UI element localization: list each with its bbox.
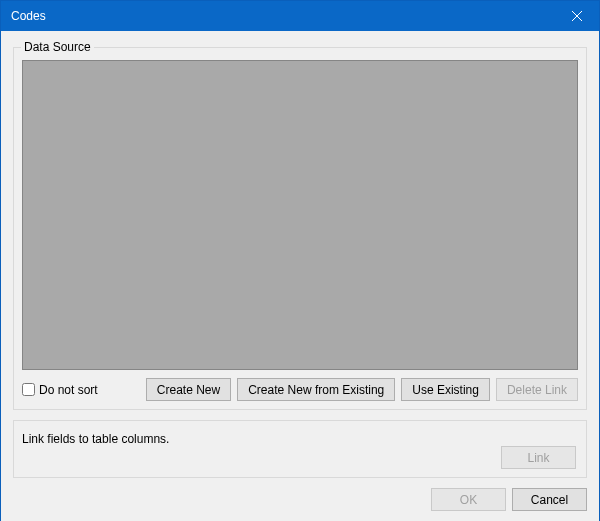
data-source-button-row: Do not sort Create New Create New from E… bbox=[22, 378, 578, 401]
create-new-from-existing-button[interactable]: Create New from Existing bbox=[237, 378, 395, 401]
ok-button: OK bbox=[431, 488, 506, 511]
close-icon[interactable] bbox=[554, 1, 599, 31]
link-button: Link bbox=[501, 446, 576, 469]
data-source-grid[interactable] bbox=[22, 60, 578, 370]
delete-link-button: Delete Link bbox=[496, 378, 578, 401]
window-title: Codes bbox=[11, 9, 554, 23]
do-not-sort-input[interactable] bbox=[22, 383, 35, 396]
use-existing-button[interactable]: Use Existing bbox=[401, 378, 490, 401]
data-source-group: Data Source Do not sort Create New Creat… bbox=[13, 47, 587, 410]
link-fields-group: Link fields to table columns. Link bbox=[13, 420, 587, 478]
dialog-footer: OK Cancel bbox=[13, 488, 587, 511]
data-source-label: Data Source bbox=[21, 40, 94, 54]
codes-dialog: Codes Data Source Do not sort Create New… bbox=[0, 0, 600, 521]
do-not-sort-checkbox[interactable]: Do not sort bbox=[22, 383, 98, 397]
do-not-sort-label: Do not sort bbox=[39, 383, 98, 397]
create-new-button[interactable]: Create New bbox=[146, 378, 231, 401]
title-bar[interactable]: Codes bbox=[1, 1, 599, 31]
cancel-button[interactable]: Cancel bbox=[512, 488, 587, 511]
link-fields-message: Link fields to table columns. bbox=[22, 431, 501, 446]
client-area: Data Source Do not sort Create New Creat… bbox=[1, 31, 599, 521]
